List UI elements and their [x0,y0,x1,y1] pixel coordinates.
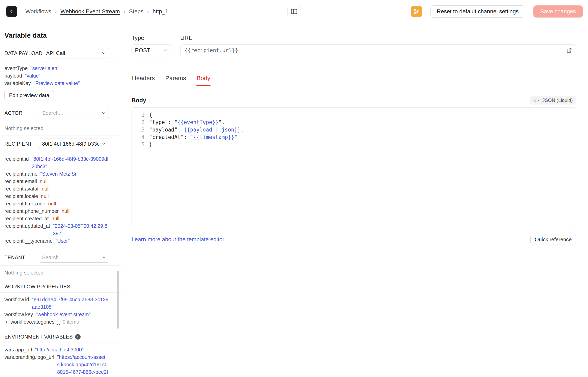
breadcrumb-separator: › [55,8,57,15]
line-number: 2 [132,119,145,126]
variable-key: workflow.id [4,296,29,303]
code-line-content: "createdAt": "{{timestamp}}" [145,133,237,141]
template-editor-help-link[interactable]: Learn more about the template editor [131,236,224,243]
variable-value: null [48,200,56,207]
variable-value: null [40,178,47,185]
variable-key: recipient.name [4,170,37,178]
breadcrumb-workflows[interactable]: Workflows [25,8,51,15]
url-field-label: URL [180,35,576,41]
editor-footer: Learn more about the template editor Qui… [131,235,576,244]
variable-row: recipient.localenull [4,192,109,200]
workflow-categories-row[interactable]: workflow.categories [ ] 0 items [4,318,109,326]
line-number: 3 [132,126,145,133]
variable-row: recipient.emailnull [4,178,109,185]
variable-key: variableKey [4,80,31,87]
quick-reference-button[interactable]: Quick reference [530,235,576,244]
variable-row: recipient.created_atnull [4,215,109,222]
variable-value: "Preview data value" [34,80,80,87]
breadcrumb-steps[interactable]: Steps [129,8,143,15]
code-line: 2"type": "{{eventType}}", [132,119,576,126]
variable-row: recipient.__typename"User" [4,237,109,245]
environment-variables-header: ENVIRONMENT VARIABLES i [0,330,121,343]
variable-key: vars.app_url [4,346,32,353]
chevron-down-icon [163,48,168,53]
reset-channel-settings-button[interactable]: Reset to default channel settings [431,5,525,18]
variable-value: "webhook-event-stream" [36,311,91,318]
chevron-down-icon [101,51,106,56]
variable-key: recipient.avatar [4,185,39,192]
variable-key: vars.branding.logo_url [4,353,54,361]
back-button[interactable] [6,6,17,17]
variable-value: "e91ddae4-7f99-45cb-a688-3c129aae3105" [32,296,109,311]
data-payload-values: eventType"server:alert"payload"value"var… [0,61,121,105]
variable-value: "http://localhost:3000" [35,346,84,353]
sidebar-scrollbar[interactable] [117,271,119,329]
sidebar-title: Variable data [0,23,121,45]
variable-value: "server:alert" [30,65,59,72]
variable-key: workflow.categories [11,318,54,326]
actor-select[interactable]: Search... [39,108,109,118]
line-number: 5 [132,141,145,148]
variable-key: recipient.updated_at [4,222,50,230]
recipient-select-value: 80f1f4bf-166d-48f9-b33c [42,141,99,147]
line-number: 4 [132,133,145,141]
recipient-select[interactable]: 80f1f4bf-166d-48f9-b33c [39,139,109,149]
tenant-section: TENANT Search... [0,249,121,266]
method-select-value: POST [135,47,150,54]
actor-label: ACTOR [4,110,23,116]
language-badge-label: JSON (Liquid) [542,97,573,103]
variable-value: "User" [55,237,70,245]
variable-row: workflow.key"webhook-event-stream" [4,311,109,318]
layout: Variable data DATA PAYLOAD API Call even… [0,23,588,377]
type-field: Type POST [131,35,171,56]
variable-row: recipient.updated_at"2024-03-05T00:42:29… [4,222,109,237]
language-badge: <> JSON (Liquid) [530,96,576,105]
code-line-content: "payload": {{payload | json}}, [145,126,244,133]
chevron-right-icon [4,320,9,324]
code-line: 4"createdAt": "{{timestamp}}" [132,133,576,141]
variable-key: recipient.timezone [4,200,45,207]
info-icon[interactable]: i [75,334,81,340]
recipient-section: RECIPIENT 80f1f4bf-166d-48f9-b33c [0,136,121,152]
tenant-select[interactable]: Search... [39,252,109,263]
recipient-label: RECIPIENT [4,141,32,147]
save-changes-button[interactable]: Save changes [533,5,583,18]
actor-empty-state: Nothing selected [0,121,121,136]
variable-row: recipient.id"80f1f4bf-166d-48f9-b33c-390… [4,155,109,170]
variable-row: vars.app_url"http://localhost:3000" [4,346,109,353]
variable-value: [ ] [56,318,61,326]
breadcrumb: Workflows › Webhook Event Stream › Steps… [25,8,168,15]
breadcrumb-workflow-name[interactable]: Webhook Event Stream [60,8,120,15]
breadcrumb-step-name: http_1 [153,8,168,15]
tab-params[interactable]: Params [165,75,186,86]
variable-value: "https://account-assets.knock.app/42d161… [57,353,109,377]
url-field: URL [180,35,576,56]
variable-value: null [62,207,70,215]
data-payload-select[interactable]: API Call [43,48,109,59]
chevron-down-icon [101,255,106,260]
type-field-label: Type [131,35,171,41]
tab-body[interactable]: Body [196,75,211,86]
external-link-icon[interactable] [566,47,572,53]
variable-row: eventType"server:alert" [4,65,109,72]
code-line-content: } [145,141,152,148]
sidebar-toggle-button[interactable] [287,6,301,17]
body-template-editor[interactable]: 1{2"type": "{{eventType}}",3"payload": {… [131,107,576,227]
variable-key: recipient.phone_number [4,207,59,215]
tab-headers[interactable]: Headers [131,75,155,86]
pending-changes-icon[interactable] [411,6,422,17]
edit-preview-data-button[interactable]: Edit preview data [4,90,54,100]
code-line-content: "type": "{{eventType}}", [145,119,225,126]
request-config-row: Type POST URL [131,35,576,56]
variable-row: payload"value" [4,72,109,80]
data-payload-select-value: API Call [46,50,65,56]
variable-row: vars.branding.logo_url"https://account-a… [4,353,109,377]
environment-variables-label: ENVIRONMENT VARIABLES [4,334,73,340]
method-select[interactable]: POST [131,45,171,56]
code-line: 5} [132,141,576,148]
tenant-empty-state: Nothing selected [0,266,121,280]
actor-section: ACTOR Search... [0,105,121,121]
workflow-properties-header: WORKFLOW PROPERTIES [0,280,121,293]
variable-key: workflow.key [4,311,33,318]
url-input[interactable] [180,45,576,56]
